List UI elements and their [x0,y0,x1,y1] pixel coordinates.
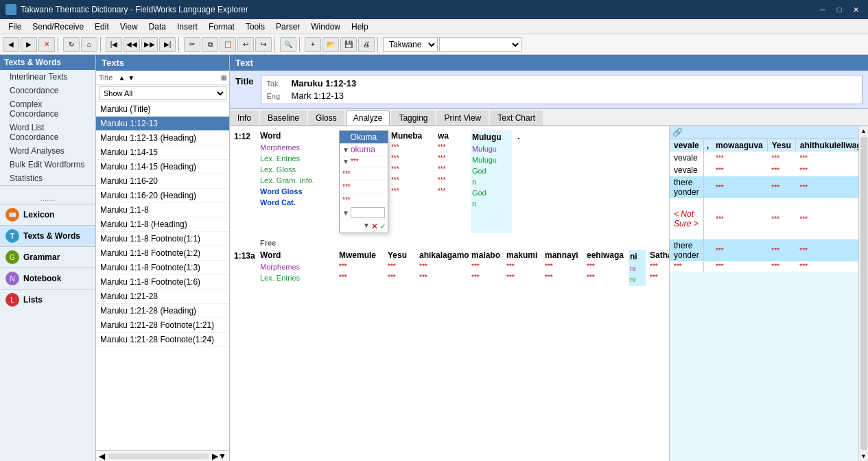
popup-row-1: ▼ okuma [340,143,388,156]
scroll-right-icon[interactable]: ▶ [212,451,218,461]
sidebar-item-concordance[interactable]: Concordance [0,84,95,97]
text-item-9[interactable]: Maruku 1:1-8 Footnote(1:1) [96,232,229,246]
mannayi-cell-0: *** [545,261,583,272]
tb-last-button[interactable]: ▶| [159,37,176,52]
tb-cut-button[interactable]: ✂ [184,37,200,52]
tb-search-button[interactable]: 🔍 [280,37,296,52]
analyze-area: 1:12 Word Morphemes Lex. Entries Lex. Gl… [230,126,868,461]
tb-redo-button[interactable]: ↪ [255,37,272,52]
menu-send-receive[interactable]: Send/Receive [27,21,89,33]
nav-lexicon[interactable]: 📖 Lexicon [0,204,95,225]
popup-dropdown-icon-4[interactable]: ▼ [363,222,370,231]
word-popup-container: Okuma ▼ okuma ▼ *** *** [339,130,388,233]
tb-forward-button[interactable]: ▶ [21,37,37,52]
sort-desc-icon[interactable]: ▼ [128,74,134,82]
menu-insert[interactable]: Insert [172,21,203,33]
tb-back-button[interactable]: ◀ [3,37,19,52]
menu-data[interactable]: Data [143,21,172,33]
menu-file[interactable]: File [3,21,27,33]
show-all-dropdown[interactable]: Show All [99,86,226,100]
popup-input[interactable] [351,207,385,218]
popup-row-6: ▼ [340,206,388,220]
tab-print-view[interactable]: Print View [436,110,489,126]
vertical-scrollbar[interactable]: ▲ ▼ [858,126,868,461]
menu-format[interactable]: Format [203,21,240,33]
sort-asc-icon[interactable]: ▲ [118,74,125,82]
text-item-4[interactable]: Maruku 1:14-15 (Heading) [96,160,229,174]
tb-print-button[interactable]: 🖨 [358,37,375,52]
text-item-2[interactable]: Maruku 1:12-13 (Heading) [96,131,229,145]
nav-grammar[interactable]: G Grammar [0,246,95,268]
tab-gloss[interactable]: Gloss [308,110,344,126]
text-item-0[interactable]: Maruku (Title) [96,102,229,117]
scroll-left-icon[interactable]: ◀ [99,451,105,461]
r2-c3: *** [712,176,767,198]
sidebar-item-complex-concordance[interactable]: Complex Concordance [0,97,95,121]
language-dropdown[interactable]: Takwane [383,37,438,52]
tb-separator-5 [299,37,302,52]
menu-edit[interactable]: Edit [89,21,115,33]
sidebar-item-statistics[interactable]: Statistics [0,172,95,185]
popup-confirm-icon[interactable]: ✓ [379,222,386,231]
text-item-12[interactable]: Maruku 1:1-8 Footnote(1:6) [96,275,229,289]
tb-new-button[interactable]: + [305,37,321,52]
text-item-3[interactable]: Maruku 1:14-15 [96,145,229,160]
nav-notebook[interactable]: N Notebook [0,268,95,289]
nav-lists[interactable]: L Lists [0,289,95,310]
tb-refresh-button[interactable]: ↻ [63,37,80,52]
sidebar-item-word-analyses[interactable]: Word Analyses [0,144,95,158]
tab-baseline[interactable]: Baseline [260,110,307,126]
tb-prev-button[interactable]: ◀◀ [124,37,140,52]
minimize-button[interactable]: ─ [816,4,830,15]
scroll-down-icon[interactable]: ▼ [218,451,226,461]
text-item-6[interactable]: Maruku 1:16-20 (Heading) [96,189,229,203]
tb-undo-button[interactable]: ↩ [237,37,254,52]
text-item-14[interactable]: Maruku 1:21-28 (Heading) [96,304,229,318]
texts-words-header[interactable]: Texts & Words [0,55,95,70]
popup-dropdown-icon-3[interactable]: ▼ [342,209,349,217]
menu-window[interactable]: Window [305,21,346,33]
scroll-down-btn[interactable]: ▼ [859,451,868,461]
menu-view[interactable]: View [115,21,143,33]
tb-open-button[interactable]: 📂 [322,37,339,52]
text-item-10[interactable]: Maruku 1:1-8 Footnote(1:2) [96,246,229,261]
text-item-13[interactable]: Maruku 1:21-28 [96,289,229,304]
popup-cancel-icon[interactable]: ✕ [371,222,378,231]
sidebar-item-bulk-edit[interactable]: Bulk Edit Wordforms [0,158,95,172]
tab-analyze[interactable]: Analyze [346,110,390,126]
menu-parser[interactable]: Parser [270,21,305,33]
text-item-11[interactable]: Maruku 1:1-8 Footnote(1:3) [96,261,229,275]
text-item-7[interactable]: Maruku 1:1-8 [96,203,229,217]
tb-home-button[interactable]: ⌂ [81,37,97,52]
r0-c5: *** [795,152,858,164]
secondary-dropdown[interactable] [439,37,521,52]
scroll-thumb[interactable] [860,137,867,450]
tb-copy-button[interactable]: ⧉ [202,37,218,52]
close-button[interactable]: ✕ [849,4,863,15]
expand-icon[interactable]: ⊞ [221,74,226,82]
menu-help[interactable]: Help [346,21,374,33]
nav-texts-words[interactable]: T Texts & Words [0,225,95,246]
texts-scrollbar[interactable]: ◀ ▶ ▼ [96,450,229,461]
tb-save-button[interactable]: 💾 [340,37,357,52]
text-item-15[interactable]: Maruku 1:21-28 Footnote(1:21) [96,318,229,333]
sidebar-item-interlinear[interactable]: Interlinear Texts [0,70,95,84]
scroll-up-btn[interactable]: ▲ [859,126,868,136]
tb-next-button[interactable]: ▶▶ [141,37,158,52]
text-item-1[interactable]: Maruku 1:12-13 [96,117,229,131]
tb-first-button[interactable]: |◀ [106,37,122,52]
tb-paste-button[interactable]: 📋 [220,37,236,52]
text-item-5[interactable]: Maruku 1:16-20 [96,174,229,189]
tab-info[interactable]: Info [230,110,259,126]
sidebar-item-wordlist-concordance[interactable]: Word List Concordance [0,121,95,144]
tab-text-chart[interactable]: Text Chart [490,110,543,126]
text-item-16[interactable]: Maruku 1:21-28 Footnote(1:24) [96,333,229,347]
popup-dropdown-icon-2[interactable]: ▼ [342,158,349,165]
menu-tools[interactable]: Tools [240,21,270,33]
scroll-bar[interactable] [108,453,209,459]
tb-stop-button[interactable]: ✕ [38,37,55,52]
popup-dropdown-icon-1[interactable]: ▼ [342,146,349,154]
tab-tagging[interactable]: Tagging [391,110,435,126]
maximize-button[interactable]: □ [832,4,846,15]
text-item-8[interactable]: Maruku 1:1-8 (Heading) [96,217,229,232]
